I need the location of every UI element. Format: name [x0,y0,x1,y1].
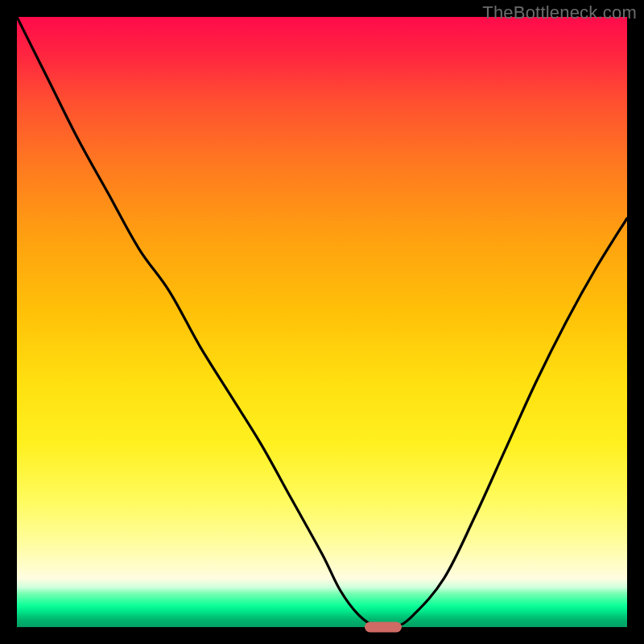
optimum-marker [365,622,402,633]
plot-area [17,17,627,627]
chart-frame: TheBottleneck.com [0,0,644,644]
curve-path [17,17,627,627]
bottleneck-curve [17,17,627,627]
watermark-label: TheBottleneck.com [482,2,637,23]
